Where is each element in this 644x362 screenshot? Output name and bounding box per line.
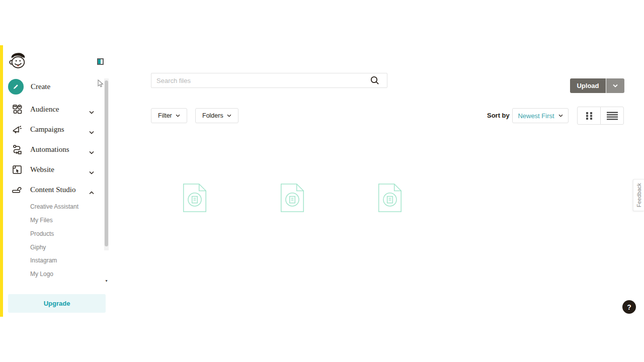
filter-label: Filter <box>158 112 172 119</box>
sidebar: Create Audience <box>3 45 109 317</box>
sidebar-item-label: Content Studio <box>30 186 75 194</box>
content-studio-icon <box>12 185 22 195</box>
sidebar-scrollbar-thumb[interactable] <box>105 80 108 246</box>
list-view-icon <box>607 112 618 120</box>
mailchimp-freddie-logo[interactable] <box>8 51 27 70</box>
chevron-down-icon <box>89 107 94 116</box>
upload-options-button[interactable] <box>606 78 624 93</box>
chevron-down-icon <box>176 114 180 117</box>
sidebar-item-label: Website <box>30 165 54 174</box>
sort-order-value: Newest First <box>518 112 554 120</box>
filter-dropdown[interactable]: Filter <box>151 108 187 123</box>
sidebar-item-label: Automations <box>30 145 69 154</box>
sidebar-item-campaigns[interactable]: Campaigns <box>3 122 106 137</box>
sidebar-item-website[interactable]: Website <box>3 162 106 177</box>
scroll-down-arrow-icon[interactable]: ▾ <box>104 279 109 283</box>
sidebar-item-audience[interactable]: Audience <box>3 102 106 117</box>
sort-by-label: Sort by <box>487 108 510 123</box>
subnav-item-creative-assistant[interactable]: Creative Assistant <box>30 203 78 210</box>
sidebar-item-label: Create <box>31 82 50 91</box>
audience-icon <box>12 104 22 114</box>
automation-flow-icon <box>12 144 22 154</box>
feedback-label: Feedback <box>636 183 642 207</box>
chevron-up-icon <box>89 188 94 197</box>
search-bar <box>151 73 387 88</box>
chevron-down-icon <box>89 127 94 136</box>
view-toggle-group <box>577 107 624 125</box>
search-input[interactable] <box>151 73 387 88</box>
folders-label: Folders <box>202 112 223 119</box>
help-button[interactable]: ? <box>622 300 636 314</box>
sidebar-item-create[interactable]: Create <box>3 76 106 97</box>
chevron-down-icon <box>89 167 94 176</box>
file-placeholder <box>181 183 208 213</box>
subnav-item-products[interactable]: Products <box>30 230 54 237</box>
browser-window-icon <box>12 164 22 174</box>
sidebar-item-label: Audience <box>30 105 59 114</box>
upgrade-button[interactable]: Upgrade <box>8 294 106 313</box>
chevron-down-icon <box>613 84 618 87</box>
sidebar-item-content-studio[interactable]: Content Studio <box>3 182 106 197</box>
subnav-item-my-files[interactable]: My Files <box>30 217 53 224</box>
upload-split-button: Upload <box>570 78 624 93</box>
upload-button[interactable]: Upload <box>570 78 606 93</box>
file-placeholder <box>376 183 404 213</box>
folders-dropdown[interactable]: Folders <box>195 108 238 123</box>
subnav-item-instagram[interactable]: Instagram <box>30 257 57 264</box>
chevron-down-icon <box>89 147 94 156</box>
pencil-icon <box>12 83 20 90</box>
sidebar-item-automations[interactable]: Automations <box>3 142 106 157</box>
chevron-down-icon <box>227 114 231 117</box>
subnav-item-my-logo[interactable]: My Logo <box>30 270 53 278</box>
chevron-down-icon <box>558 114 563 117</box>
feedback-tab[interactable]: Feedback <box>633 179 644 211</box>
sort-order-dropdown[interactable]: Newest First <box>512 108 569 123</box>
create-circle <box>8 79 24 95</box>
search-icon[interactable] <box>370 76 379 87</box>
megaphone-icon <box>12 124 22 134</box>
collapse-sidebar-icon[interactable] <box>97 58 104 65</box>
grid-view-button[interactable] <box>577 107 601 125</box>
content-studio-page: Create Audience <box>0 0 644 362</box>
subnav-item-giphy[interactable]: Giphy <box>30 244 46 251</box>
file-placeholder <box>279 183 306 213</box>
sidebar-item-label: Campaigns <box>30 125 64 134</box>
list-view-button[interactable] <box>600 107 624 125</box>
grid-view-icon <box>586 112 593 120</box>
